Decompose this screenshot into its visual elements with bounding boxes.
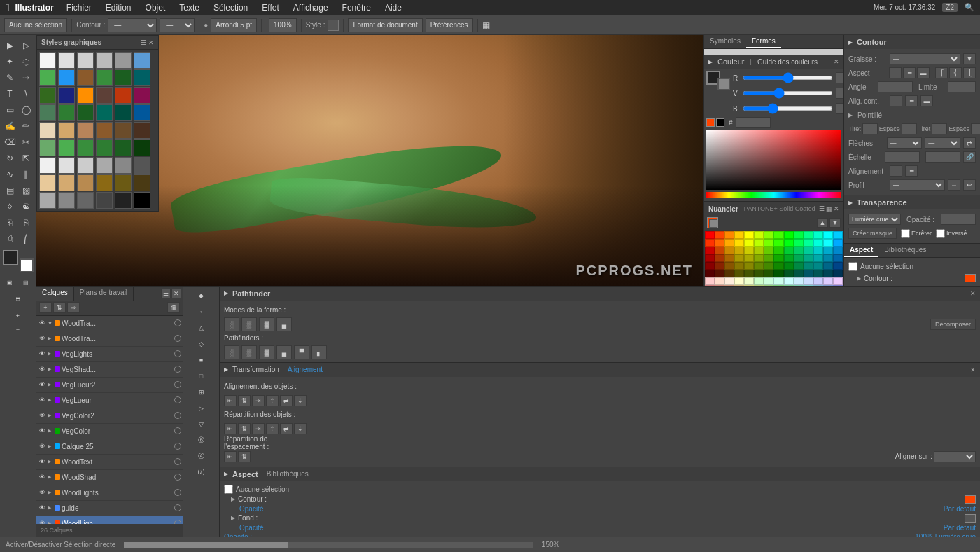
layer-circle[interactable] (174, 319, 181, 326)
layer-lock-toggle[interactable] (164, 396, 173, 404)
dist3[interactable]: ⇥ (252, 423, 265, 434)
gs-style-cell[interactable] (96, 157, 113, 174)
gs-style-cell[interactable] (134, 157, 150, 174)
layer-expand-toggle[interactable]: ▶ (48, 336, 53, 341)
layer-visibility-toggle[interactable]: 👁 (38, 473, 46, 481)
nuancier-swatch[interactable] (813, 262, 823, 270)
color-mode-btn[interactable]: ▣ (2, 275, 18, 290)
bt9[interactable]: ▽ (194, 417, 209, 432)
layer-visibility-toggle[interactable]: 👁 (38, 396, 46, 404)
limite-input[interactable] (948, 81, 976, 92)
nuancier-swatch[interactable] (804, 239, 813, 247)
nuancier-swatch[interactable] (754, 270, 764, 277)
zoom-out-tool[interactable]: − (11, 323, 25, 336)
alignment-header[interactable]: ▶ Transformation Alignement ✕ (220, 363, 980, 377)
nuancier-swatch[interactable] (813, 247, 823, 254)
gs-style-cell[interactable] (77, 69, 94, 86)
nuancier-swatch[interactable] (794, 285, 804, 286)
nuancier-swatch[interactable] (813, 254, 823, 262)
layer-lock-toggle[interactable] (164, 504, 173, 512)
align-outside[interactable]: ▬ (920, 95, 933, 106)
gs-style-cell[interactable] (115, 69, 132, 86)
nuancier-swatch[interactable] (794, 262, 804, 270)
nuancier-swatch[interactable] (724, 277, 734, 285)
layers-panel-close[interactable]: ✕ (172, 289, 181, 298)
nuancier-swatch[interactable] (794, 254, 804, 262)
nuancier-swatch[interactable] (794, 231, 804, 239)
pf2[interactable]: ▒ (241, 345, 257, 359)
layer-visibility-toggle[interactable]: 👁 (38, 319, 46, 327)
layer-lock-toggle[interactable] (164, 427, 173, 435)
nuancier-swatch[interactable] (754, 231, 764, 239)
echelle-input-1[interactable] (885, 151, 920, 163)
intersection-btn[interactable]: ▓ (259, 317, 274, 331)
layer-circle[interactable] (174, 443, 181, 450)
menu-objet[interactable]: Objet (140, 1, 172, 14)
nuancier-swatch[interactable] (724, 239, 734, 247)
trans-opacity-input[interactable]: 100% (941, 214, 976, 225)
nuancier-swatch[interactable] (774, 239, 783, 247)
layer-lock-toggle[interactable] (164, 488, 173, 497)
nuancier-swatch[interactable] (734, 254, 744, 262)
rotate-tool[interactable]: ↻ (2, 151, 18, 166)
nuancier-swatch[interactable] (754, 277, 764, 285)
formes-tab[interactable]: Formes (746, 35, 781, 48)
r-input[interactable] (836, 72, 844, 83)
color-guide-tab[interactable]: Guide des couleurs (757, 58, 818, 66)
dist5[interactable]: ⇄ (280, 423, 293, 434)
contour-select[interactable]: — (108, 18, 157, 32)
ab-contour-color[interactable] (965, 495, 976, 504)
layer-lock-toggle[interactable] (164, 411, 173, 420)
nuancier-swatch[interactable] (774, 247, 783, 254)
aspect-tab[interactable]: Aspect (844, 244, 878, 257)
nuancier-swatch[interactable] (784, 231, 794, 239)
selection-tool-btn[interactable]: Aucune sélection (4, 18, 67, 32)
gs-style-cell[interactable] (39, 174, 56, 191)
nuancier-header[interactable]: Nuancier PANTONE+ Solid Coated ☰ ▦ ✕ (704, 202, 844, 216)
pencil-tool[interactable]: ✏ (18, 118, 34, 134)
nuancier-swatch[interactable] (715, 262, 724, 270)
nuancier-swatch[interactable] (823, 239, 833, 247)
nuancier-btn2[interactable]: ▼ (830, 218, 841, 228)
layer-visibility-toggle[interactable]: 👁 (38, 411, 46, 420)
eraser-tool[interactable]: ⌫ (2, 134, 18, 150)
calques-tab[interactable]: Calques (36, 287, 74, 301)
gs-style-cell[interactable] (96, 192, 113, 209)
rect-tool[interactable]: ▭ (2, 102, 18, 118)
layer-visibility-toggle[interactable]: 👁 (38, 442, 46, 450)
layer-circle[interactable] (174, 458, 181, 465)
nuancier-swatch[interactable] (705, 285, 715, 286)
nuancier-swatch[interactable] (724, 254, 734, 262)
canvas-wrapper[interactable]: PCPROGS.NET Styles graphiques ☰ ✕ (36, 35, 704, 286)
layer-item[interactable]: 👁 ▶ Calque 25 (36, 439, 183, 455)
nuancier-swatch[interactable] (784, 262, 794, 270)
menu-selection[interactable]: Sélection (208, 1, 253, 14)
nuancier-swatch[interactable] (813, 239, 823, 247)
gs-style-cell[interactable] (39, 192, 56, 209)
nuancier-swatch[interactable] (724, 262, 734, 270)
gs-style-cell[interactable] (58, 104, 75, 121)
bt2[interactable]: ◦ (194, 304, 209, 319)
gs-style-cell[interactable] (39, 104, 56, 121)
echelle-input-2[interactable] (925, 151, 960, 163)
alignment-tab-label[interactable]: Alignement (288, 366, 323, 373)
nuancier-swatch[interactable] (724, 231, 734, 239)
cap-butt[interactable]: ⎯ (889, 67, 902, 78)
layer-item[interactable]: 👁 ▶ VegColor (36, 424, 183, 439)
inverse-checkbox[interactable] (936, 229, 945, 238)
nuancier-swatch[interactable] (813, 231, 823, 239)
artboard-tool[interactable]: ⎘ (18, 215, 34, 230)
gs-style-cell[interactable] (115, 157, 132, 174)
gs-style-cell[interactable] (115, 52, 132, 69)
layer-expand-toggle[interactable]: ▶ (48, 443, 53, 449)
gs-style-cell[interactable] (39, 139, 56, 156)
nuancier-swatch[interactable] (754, 262, 764, 270)
nuancier-swatch[interactable] (774, 270, 783, 277)
layer-circle[interactable] (174, 504, 181, 511)
transparence-header[interactable]: ▶ Transparence (844, 195, 980, 209)
scale-tool[interactable]: ⇱ (18, 151, 34, 166)
bt3[interactable]: △ (194, 320, 209, 336)
nuancier-swatch[interactable] (764, 277, 774, 285)
nuancier-swatch[interactable] (715, 239, 724, 247)
nuancier-swatch[interactable] (804, 285, 813, 286)
